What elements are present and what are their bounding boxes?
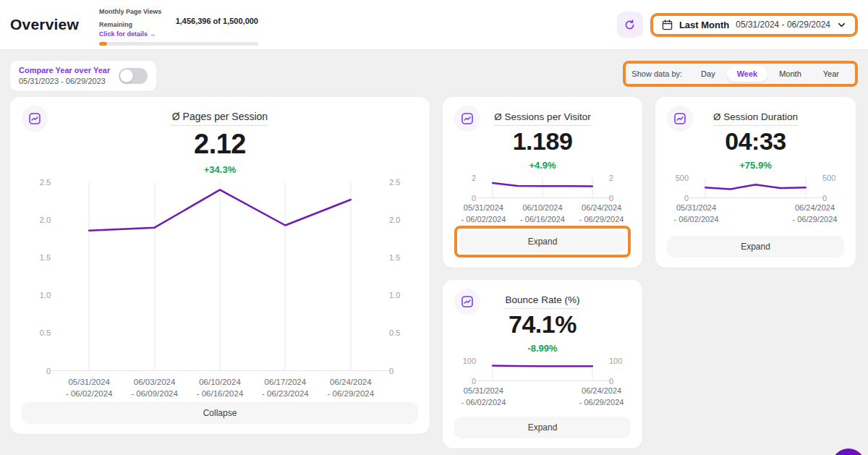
y-axis-right: 2.52.01.51.00.50 [389, 182, 418, 371]
show-data-by-control: Show data by: Day Week Month Year [626, 64, 855, 84]
metric-value: 04:33 [667, 127, 844, 156]
toggle-knob [120, 69, 133, 82]
sessions-per-visitor-chart: 20 20 05/31/2024- 06/02/202406/10/2024- … [454, 178, 631, 226]
show-data-by-option-month[interactable]: Month [769, 66, 812, 82]
show-data-by-option-week[interactable]: Week [727, 66, 768, 82]
metric-value: 1.189 [454, 127, 631, 156]
datepicker-preset: Last Month [679, 20, 729, 30]
y-axis-right: 1000 [609, 361, 631, 381]
show-data-by-highlight: Show data by: Day Week Month Year [623, 61, 858, 87]
chart-plot [480, 361, 605, 381]
session-duration-chart: 5000 5000 05/31/2024- 06/02/202406/24/20… [667, 178, 844, 236]
metric-title: Ø Session Duration [713, 111, 798, 126]
bounce-rate-chart: 1000 1000 05/31/2024- 06/02/202406/24/20… [454, 361, 631, 417]
show-data-by-option-day[interactable]: Day [691, 66, 726, 82]
y-axis-right: 20 [609, 178, 631, 198]
chart-plot [480, 178, 605, 198]
compare-yoy-card: Compare Year over Year 05/31/2023 - 06/2… [10, 61, 156, 91]
metric-value: 2.12 [22, 129, 418, 160]
show-data-by-option-year[interactable]: Year [813, 66, 849, 82]
card-bounce-rate: Bounce Rate (%) 74.1% -8.99% 1000 1000 0… [443, 280, 642, 448]
expand-button[interactable]: Expand [667, 236, 844, 258]
metric-title: Bounce Rate (%) [506, 294, 580, 309]
metric-change: +4.9% [454, 160, 631, 171]
compare-yoy-range: 05/31/2023 - 06/29/2023 [19, 76, 110, 86]
y-axis-left: 20 [454, 178, 476, 198]
usage-progress-bar [99, 42, 258, 46]
trend-chart-icon [22, 106, 48, 132]
metric-title: Ø Pages per Session [172, 111, 268, 126]
chart-plot [693, 178, 818, 198]
date-range-picker[interactable]: Last Month 05/31/2024 - 06/29/2024 [653, 16, 855, 34]
floating-action-button[interactable] [832, 448, 865, 455]
expand-button[interactable]: Expand [459, 231, 626, 252]
expand-button-highlight: Expand [454, 226, 631, 258]
card-pages-per-session: Ø Pages per Session 2.12 +34.3% 2.52.01.… [10, 97, 430, 434]
y-axis-right: 5000 [822, 178, 844, 198]
compare-yoy-label: Compare Year over Year [19, 65, 110, 76]
datepicker-range: 05/31/2024 - 06/29/2024 [736, 20, 830, 30]
card-sessions-per-visitor: Ø Sessions per Visitor 1.189 +4.9% 20 20… [443, 97, 642, 268]
metric-change: +75.9% [667, 160, 844, 171]
collapse-button[interactable]: Collapse [22, 402, 418, 424]
y-axis-left: 1000 [454, 361, 476, 381]
usage-label: Monthly Page Views Remaining [99, 8, 161, 28]
monthly-pageviews-widget: Monthly Page Views Remaining Click for d… [99, 4, 258, 46]
show-data-by-label: Show data by: [631, 69, 682, 78]
datepicker-highlight: Last Month 05/31/2024 - 06/29/2024 [650, 13, 858, 37]
refresh-icon [624, 19, 636, 31]
pages-per-session-chart: 2.52.01.51.00.50 2.52.01.51.00.50 05/31/… [22, 182, 418, 402]
card-session-duration: Ø Session Duration 04:33 +75.9% 5000 500… [655, 97, 856, 268]
metric-cards-area: Ø Pages per Session 2.12 +34.3% 2.52.01.… [10, 97, 858, 448]
chart-plot [56, 182, 383, 371]
usage-details-link[interactable]: Click for details → [99, 30, 169, 38]
usage-progress-fill [99, 42, 107, 46]
refresh-button[interactable] [617, 12, 643, 38]
trend-chart-icon [454, 289, 480, 315]
controls-row: Compare Year over Year 05/31/2023 - 06/2… [10, 61, 858, 91]
compare-yoy-toggle[interactable] [119, 68, 148, 84]
metric-title: Ø Sessions per Visitor [494, 111, 590, 126]
metric-value: 74.1% [454, 310, 631, 339]
metric-change: -8.99% [454, 343, 631, 354]
y-axis-left: 2.52.01.51.00.50 [22, 182, 51, 371]
page-title: Overview [10, 16, 79, 33]
calendar-icon [662, 20, 673, 30]
metric-change: +34.3% [22, 164, 418, 175]
top-header: Overview Monthly Page Views Remaining Cl… [0, 0, 868, 50]
usage-value: 1,456,396 of 1,500,000 [176, 17, 258, 25]
expand-button[interactable]: Expand [454, 417, 631, 438]
chevron-down-icon [837, 20, 846, 30]
trend-chart-icon [667, 106, 693, 132]
y-axis-left: 5000 [667, 178, 689, 198]
trend-chart-icon [454, 106, 480, 132]
